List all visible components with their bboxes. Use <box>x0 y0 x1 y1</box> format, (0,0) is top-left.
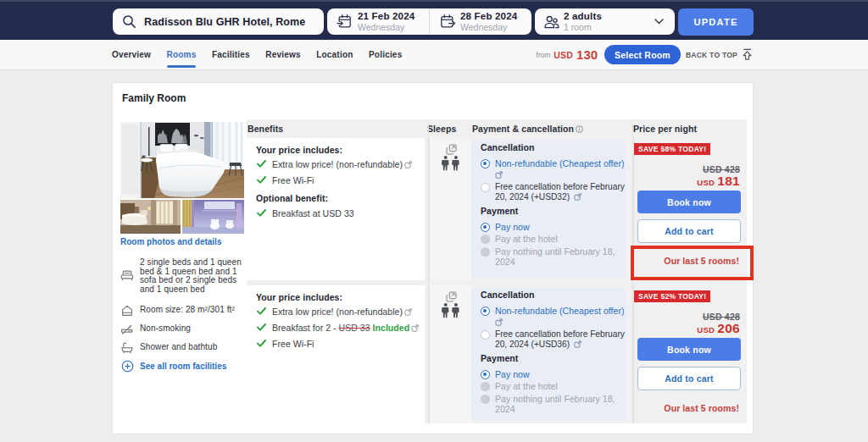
room-photo-thumbnails <box>120 200 244 234</box>
payment-option-label: Pay now <box>495 222 530 233</box>
offer2-price: SAVE 52% TODAY! USD 428 USD206 Book now … <box>633 285 747 423</box>
bedroom-main-photo[interactable] <box>120 122 244 198</box>
checkout-field[interactable]: 28 Feb 2024 Wednesday <box>430 8 531 35</box>
payment-option-pay-at-hotel: Pay at the hotel <box>481 234 626 245</box>
radio-disabled <box>481 382 490 391</box>
payment-option-pay-now[interactable]: Pay now <box>481 222 626 233</box>
radio-selected[interactable] <box>481 307 490 316</box>
room-title: Family Room <box>122 92 186 104</box>
external-link-icon[interactable] <box>404 161 412 169</box>
destination-search-field[interactable]: Radisson Blu GHR Hotel, Rome <box>113 8 324 35</box>
back-to-top-button[interactable]: BACK TO TOP <box>686 48 753 61</box>
add-to-cart-button[interactable]: Add to cart <box>637 219 741 243</box>
check-icon <box>257 323 266 331</box>
offer-terms-link[interactable] <box>495 318 626 326</box>
tab-reviews[interactable]: Reviews <box>265 40 300 69</box>
bed-icon <box>120 269 134 282</box>
radio-selected[interactable] <box>481 223 490 232</box>
facility-shower-bathtub-text: Shower and bathtub <box>140 343 217 352</box>
external-link-icon[interactable] <box>411 324 419 332</box>
facility-shower-bathtub: Shower and bathtub <box>120 341 246 354</box>
cancellation-option-free[interactable]: Free cancellation before February 20, 20… <box>481 329 626 351</box>
current-price: USD181 <box>697 174 740 189</box>
offer-row-2: Your price includes: Extra low price! (n… <box>247 285 747 423</box>
payment-option-label: Pay at the hotel <box>495 381 558 392</box>
checkout-day: Wednesday <box>460 23 517 32</box>
top-search-bar: Radisson Blu GHR Hotel, Rome 21 Feb 2024… <box>0 0 868 40</box>
external-link-icon <box>495 171 503 179</box>
price-currency: USD <box>697 325 715 334</box>
benefit-text: Free Wi-Fi <box>272 175 314 186</box>
checkin-date: 21 Feb 2024 <box>358 12 415 22</box>
benefit-item: Free Wi-Fi <box>256 339 420 350</box>
facility-room-size-text: Room size: 28 m²/301 ft² <box>140 306 235 315</box>
external-link-icon[interactable] <box>404 308 412 316</box>
occupancy-adults-icon <box>442 303 460 318</box>
room-photos[interactable] <box>120 122 244 234</box>
external-link-icon[interactable] <box>574 340 581 348</box>
checkin-field[interactable]: 21 Feb 2024 Wednesday <box>327 8 429 35</box>
save-badge: SAVE 58% TODAY! <box>634 143 710 155</box>
column-header-benefits: Benefits <box>248 124 283 134</box>
checkout-date: 28 Feb 2024 <box>460 12 517 22</box>
section-nav-container: Overview Rooms Facilities Reviews Locati… <box>112 40 756 69</box>
cancellation-option-nonrefundable[interactable]: Non-refundable (Cheapest offer) <box>481 158 626 169</box>
price-amount: 181 <box>717 174 740 188</box>
facility-beds: 2 single beds and 1 queen bed & 1 queen … <box>120 258 246 295</box>
radio-disabled <box>481 235 490 244</box>
payment-option-label: Pay nothing until February 18, 2024 <box>495 394 620 415</box>
cancellation-label: Cancellation <box>481 290 626 300</box>
radio-selected[interactable] <box>481 159 490 169</box>
see-all-facilities-link[interactable]: See all room facilities <box>120 360 246 373</box>
check-icon <box>257 160 266 168</box>
add-to-cart-button[interactable]: Add to cart <box>637 367 741 390</box>
room-summary-column: Room photos and details 2 single beds an… <box>120 122 246 373</box>
occupancy-expand-icon[interactable] <box>446 291 457 302</box>
search-icon <box>122 14 136 29</box>
offer2-sleeps <box>429 285 471 423</box>
tab-overview[interactable]: Overview <box>112 40 151 69</box>
payment-option-pay-now[interactable]: Pay now <box>481 369 626 380</box>
select-room-button[interactable]: Select Room <box>604 45 681 64</box>
book-now-button[interactable]: Book now <box>637 338 741 361</box>
offer2-payment-panel: Cancellation Non-refundable (Cheapest of… <box>471 288 626 421</box>
checkin-text: 21 Feb 2024 Wednesday <box>358 12 415 32</box>
guests-field[interactable]: 2 adults 1 room <box>535 8 675 35</box>
urgency-message: Our last 5 rooms! <box>664 256 739 266</box>
cancellation-option-free[interactable]: Free cancellation before February 20, 20… <box>481 182 626 203</box>
benefit-item: Extra low price! (non-refundable) <box>256 307 420 318</box>
includes-label: Your price includes: <box>256 292 420 303</box>
radio-unselected[interactable] <box>481 183 490 192</box>
tab-rooms[interactable]: Rooms <box>167 40 197 69</box>
radio-selected[interactable] <box>481 370 490 379</box>
bathroom-photo[interactable] <box>182 200 244 234</box>
radio-unselected[interactable] <box>481 330 490 340</box>
external-link-icon[interactable] <box>574 193 581 201</box>
offer1-price: SAVE 58% TODAY! USD 428 USD181 Book now … <box>633 138 747 280</box>
calendar-checkout-icon <box>439 14 455 30</box>
book-now-button[interactable]: Book now <box>637 191 741 213</box>
cancellation-option-nonrefundable[interactable]: Non-refundable (Cheapest offer) <box>481 306 626 317</box>
room-offers-table: Benefits Sleeps Payment & cancellation P… <box>247 119 747 423</box>
tab-facilities[interactable]: Facilities <box>212 40 250 69</box>
info-icon[interactable] <box>576 125 583 133</box>
occupancy-expand-icon[interactable] <box>446 144 457 155</box>
radio-disabled <box>481 395 490 404</box>
price-amount: 206 <box>717 321 740 335</box>
tab-location[interactable]: Location <box>316 40 353 69</box>
top-bar-container: Radisson Blu GHR Hotel, Rome 21 Feb 2024… <box>112 2 756 41</box>
cancellation-option-label: Non-refundable (Cheapest offer) <box>495 306 625 317</box>
offer-terms-link[interactable] <box>495 171 626 179</box>
room-card-family-room: Family Room <box>112 82 754 434</box>
bedroom-alt-photo[interactable] <box>120 200 181 234</box>
tab-policies[interactable]: Policies <box>369 40 402 69</box>
payment-option-label: Pay at the hotel <box>495 234 558 245</box>
guests-adults: 2 adults <box>564 12 602 22</box>
check-icon <box>257 209 266 217</box>
cancellation-option-label: Non-refundable (Cheapest offer) <box>495 158 625 169</box>
cancellation-option-text: Free cancellation before February 20, 20… <box>495 329 625 350</box>
room-photos-link[interactable]: Room photos and details <box>120 237 246 246</box>
update-button[interactable]: UPDATE <box>678 8 754 36</box>
bathtub-icon <box>120 341 134 354</box>
benefit-item-breakfast: Breakfast for 2 - USD 33 Included <box>256 323 420 334</box>
